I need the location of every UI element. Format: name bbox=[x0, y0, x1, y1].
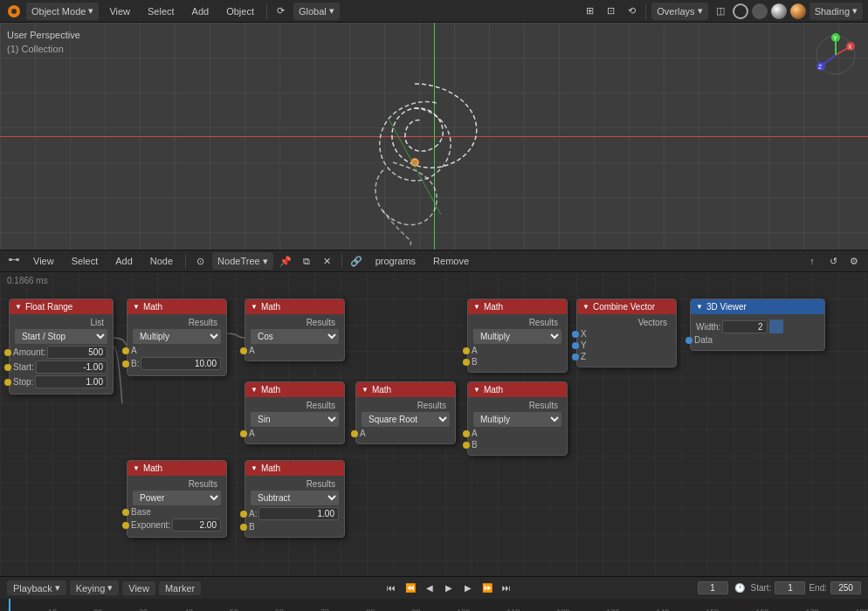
node-icon2[interactable]: ⊙ bbox=[191, 252, 209, 270]
math8-op-select[interactable]: Subtract bbox=[251, 491, 339, 505]
add-menu[interactable]: Add bbox=[185, 3, 217, 20]
tick-10: 10 bbox=[48, 608, 57, 611]
prev-keyframe-btn[interactable]: ⏪ bbox=[403, 580, 418, 596]
node-nav-refresh[interactable]: ↺ bbox=[824, 252, 842, 270]
node-select-menu[interactable]: Select bbox=[65, 252, 106, 270]
node-programs-btn[interactable]: programs bbox=[369, 252, 423, 270]
node-remove-btn[interactable]: Remove bbox=[426, 252, 476, 270]
top-menu-bar: Object Mode ▾ View Select Add Object ⟳ G… bbox=[0, 0, 868, 23]
float-range-node[interactable]: ▼ Float Range List Start / Stop Amount: … bbox=[9, 299, 114, 395]
view-btn[interactable]: View bbox=[122, 581, 155, 595]
keying-dropdown[interactable]: Keying ▾ bbox=[70, 580, 120, 595]
math3-op-select[interactable]: Multiply bbox=[473, 329, 561, 344]
math3-node[interactable]: ▼ Math Results Multiply A B bbox=[467, 299, 568, 373]
tick-50: 50 bbox=[230, 608, 238, 611]
math1-op-select[interactable]: Multiply bbox=[133, 329, 221, 344]
viewport-icon2[interactable]: ⊡ bbox=[602, 3, 619, 20]
math7-header: ▼ Math bbox=[127, 461, 226, 476]
marker-btn[interactable]: Marker bbox=[159, 581, 201, 595]
math1-node[interactable]: ▼ Math Results Multiply A B: 10.00 bbox=[127, 299, 227, 376]
viewport-icon1[interactable]: ⊞ bbox=[581, 3, 598, 20]
tick-170: 170 bbox=[805, 608, 818, 611]
play-btn[interactable]: ▶ bbox=[441, 580, 457, 596]
math2-node[interactable]: ▼ Math Results Cos A bbox=[245, 299, 345, 361]
math6-node[interactable]: ▼ Math Results Multiply A B bbox=[467, 381, 568, 456]
node-nav-up[interactable]: ↑ bbox=[803, 252, 821, 270]
blender-icon[interactable] bbox=[5, 3, 23, 20]
node-link-icon[interactable]: 🔗 bbox=[348, 252, 365, 270]
transform-dropdown[interactable]: Global ▾ bbox=[293, 3, 340, 20]
float-range-stop-row: Stop: 1.00 bbox=[15, 375, 107, 388]
node-pin-icon[interactable]: 📌 bbox=[277, 252, 294, 270]
svg-text:Y: Y bbox=[833, 35, 837, 41]
viewer-type-toggle[interactable] bbox=[769, 319, 783, 333]
node-editor[interactable]: 0.1866 ms ▼ Float Range List bbox=[0, 272, 868, 576]
playback-dropdown[interactable]: Playback ▾ bbox=[7, 580, 66, 595]
node-editor-icon[interactable] bbox=[5, 252, 23, 270]
jump-end-btn[interactable]: ⏭ bbox=[499, 580, 514, 596]
node-settings-icon[interactable]: ⚙ bbox=[845, 252, 863, 270]
view-menu[interactable]: View bbox=[102, 3, 137, 20]
math8-body: Results Subtract A: 1.00 B bbox=[245, 476, 344, 537]
nodetree-dropdown[interactable]: NodeTree ▾ bbox=[212, 252, 273, 270]
shading-rendered[interactable] bbox=[790, 3, 806, 19]
node-view-menu[interactable]: View bbox=[26, 252, 61, 270]
shading-dropdown[interactable]: Shading ▾ bbox=[809, 3, 863, 20]
svg-rect-14 bbox=[9, 258, 12, 261]
viewport-label: User Perspective bbox=[7, 30, 80, 40]
math3-header: ▼ Math bbox=[468, 299, 567, 314]
math5-op-select[interactable]: Square Root bbox=[362, 412, 450, 427]
frame-input[interactable] bbox=[698, 581, 728, 594]
select-menu[interactable]: Select bbox=[141, 3, 182, 20]
tick-100: 100 bbox=[457, 608, 470, 611]
math6-a-row: A bbox=[473, 429, 561, 438]
math8-node[interactable]: ▼ Math Results Subtract A: 1.00 B bbox=[245, 460, 345, 538]
math5-node[interactable]: ▼ Math Results Square Root A bbox=[355, 381, 456, 444]
viewer-3d-header: ▼ 3D Viewer bbox=[691, 299, 824, 314]
xray-icon[interactable]: ◫ bbox=[712, 3, 729, 20]
timeline[interactable]: 1 10 20 30 40 50 60 70 80 90 100 110 120… bbox=[0, 599, 868, 611]
math3-socket-b bbox=[463, 359, 470, 366]
math1-socket-a bbox=[122, 347, 129, 354]
mode-dropdown[interactable]: Object Mode ▾ bbox=[26, 3, 99, 20]
viewport-icon3[interactable]: ⟲ bbox=[623, 3, 640, 20]
node-copy-icon[interactable]: ⧉ bbox=[298, 252, 315, 270]
viewer-3d-body: Width: 2 Data bbox=[691, 314, 824, 350]
node-close-icon[interactable]: ✕ bbox=[319, 252, 336, 270]
math5-header: ▼ Math bbox=[356, 382, 455, 397]
math7-op-select[interactable]: Power bbox=[133, 491, 221, 505]
start-frame-input[interactable] bbox=[775, 581, 805, 594]
math6-op-select[interactable]: Multiply bbox=[473, 412, 561, 427]
viewport-3d[interactable]: User Perspective (1) Collection X Y Z bbox=[0, 23, 868, 250]
end-frame-input[interactable] bbox=[830, 581, 861, 594]
sep3 bbox=[185, 253, 186, 269]
node-node-menu[interactable]: Node bbox=[143, 252, 180, 270]
svg-text:Z: Z bbox=[818, 64, 823, 70]
tick-110: 110 bbox=[506, 608, 520, 611]
object-menu[interactable]: Object bbox=[219, 3, 261, 20]
svg-point-1 bbox=[11, 9, 17, 14]
viewer-3d-node[interactable]: ▼ 3D Viewer Width: 2 Data bbox=[690, 299, 825, 351]
math1-body: Results Multiply A B: 10.00 bbox=[127, 314, 226, 375]
math4-node[interactable]: ▼ Math Results Sin A bbox=[245, 381, 345, 444]
math7-body: Results Power Base Exponent: 2.00 bbox=[127, 476, 226, 537]
math4-body: Results Sin A bbox=[245, 397, 344, 443]
jump-start-btn[interactable]: ⏮ bbox=[383, 580, 399, 596]
math7-node[interactable]: ▼ Math Results Power Base Exponent: 2.00 bbox=[127, 460, 227, 538]
math4-op-select[interactable]: Sin bbox=[251, 412, 339, 427]
math2-op-select[interactable]: Cos bbox=[251, 329, 339, 344]
shading-material[interactable] bbox=[771, 3, 787, 19]
math7-base-row: Base bbox=[133, 507, 221, 517]
step-back-btn[interactable]: ◀ bbox=[422, 580, 437, 596]
math8-socket-b bbox=[240, 524, 247, 531]
overlays-dropdown[interactable]: Overlays ▾ bbox=[651, 3, 707, 20]
node-add-menu[interactable]: Add bbox=[108, 252, 140, 270]
step-fwd-btn[interactable]: ▶ bbox=[460, 580, 476, 596]
transform-icon[interactable]: ⟳ bbox=[272, 3, 290, 20]
next-keyframe-btn[interactable]: ⏩ bbox=[479, 580, 495, 596]
math3-a-row: A bbox=[473, 346, 561, 355]
shading-solid[interactable] bbox=[752, 3, 768, 19]
combine-vector-node[interactable]: ▼ Combine Vector Vectors X Y Z bbox=[576, 299, 677, 367]
float-range-dropdown[interactable]: Start / Stop bbox=[15, 329, 107, 344]
shading-wire[interactable] bbox=[733, 3, 748, 19]
